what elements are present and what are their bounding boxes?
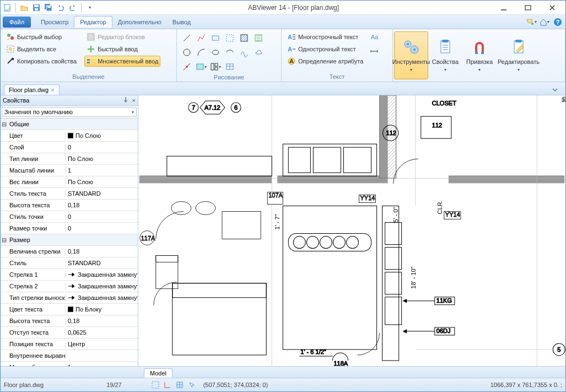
qat-dropdown-icon[interactable]: ▾	[84, 2, 95, 13]
svg-point-102	[293, 237, 305, 249]
prop-section[interactable]: ⊟Общие	[1, 119, 138, 130]
arrow-icon	[68, 272, 76, 277]
prop-row[interactable]: Тип линииПо Слою	[1, 153, 138, 165]
redo-icon[interactable]	[67, 2, 78, 13]
copy-props-button[interactable]: Копировать свойства	[4, 56, 79, 67]
tab-view[interactable]: Просмотр	[35, 17, 74, 28]
prop-row[interactable]: Внутреннее выравнивание	[1, 350, 138, 362]
tab-editor[interactable]: Редактор	[74, 16, 112, 28]
defaults-dropdown[interactable]: Значения по умолчанию ▾	[2, 107, 137, 117]
select-all-button[interactable]: Выделить все	[4, 44, 79, 55]
select-rect-icon[interactable]	[223, 31, 236, 45]
viewport-icon[interactable]: ▾	[209, 60, 222, 73]
open-icon[interactable]	[19, 2, 30, 13]
prop-row[interactable]: Размер точки0	[1, 223, 138, 234]
prop-row[interactable]: Высота текста0,18	[1, 200, 138, 211]
prop-row[interactable]: Отступ текста0,0625	[1, 327, 138, 339]
svg-text:7: 7	[192, 104, 195, 111]
cursor-icon[interactable]	[188, 381, 196, 389]
copy-props-label: Копировать свойства	[17, 58, 77, 65]
rect-icon[interactable]	[209, 31, 222, 45]
help-icon[interactable]: ?	[552, 17, 563, 28]
mtext-button[interactable]: AМногострочный текст	[285, 31, 365, 42]
file-tab[interactable]: Floor plan.dwg ×	[4, 84, 60, 95]
maximize-button[interactable]	[516, 1, 540, 14]
prop-row[interactable]: Тип стрелки выноскиЗакрашенная замкнутая	[1, 292, 138, 304]
image-icon[interactable]: ▾	[195, 60, 208, 73]
axis-icon[interactable]	[164, 381, 171, 389]
saveall-icon[interactable]	[43, 2, 54, 13]
grid-status-icon[interactable]	[176, 381, 184, 389]
zoom-extents-icon[interactable]	[152, 381, 159, 389]
prop-value: Закрашенная замкнутая	[78, 271, 138, 278]
edit-button[interactable]: Редактировать▾	[497, 31, 541, 79]
arc-icon[interactable]	[195, 46, 208, 59]
prop-row[interactable]: Высота текста0,18	[1, 315, 138, 327]
undo-icon[interactable]	[55, 2, 66, 13]
stext-button[interactable]: AОднострочный текст	[285, 44, 365, 55]
ellipse-icon[interactable]	[209, 46, 222, 59]
hatch-icon[interactable]	[238, 31, 251, 45]
collapse-icon[interactable]: ⊟	[1, 237, 7, 244]
tools-button[interactable]: Инструменты▾	[394, 31, 428, 79]
collapse-icon[interactable]: ⊟	[1, 121, 7, 128]
close-panel-icon[interactable]: ×	[132, 97, 136, 104]
file-menu[interactable]: Файл	[3, 17, 31, 28]
save-icon[interactable]	[31, 2, 42, 13]
tab-extra[interactable]: Дополнительно	[112, 17, 167, 28]
minimize-button[interactable]	[492, 1, 516, 14]
block-editor-button[interactable]: Редактор блоков	[84, 31, 160, 42]
dim-style-icon[interactable]	[369, 46, 380, 57]
attrdef-button[interactable]: AОпределение атрибута	[285, 56, 365, 67]
prop-row[interactable]: Стиль текстаSTANDARD	[1, 188, 138, 200]
close-tab-icon[interactable]: ×	[51, 87, 54, 93]
group-text-label: Текст	[285, 73, 389, 80]
quick-select-button[interactable]: Быстрый выбор	[4, 31, 79, 42]
close-button[interactable]	[540, 1, 564, 14]
prop-row[interactable]: Масштаб линии1	[1, 165, 138, 176]
svg-text:5: 5	[557, 346, 560, 353]
svg-text:?: ?	[556, 19, 560, 25]
pin-icon[interactable]	[122, 96, 129, 104]
prop-row[interactable]: Стрелка 2Закрашенная замкнутая	[1, 281, 138, 292]
ellipse-arc-icon[interactable]	[223, 46, 236, 59]
table-icon[interactable]	[223, 60, 236, 73]
multi-input-button[interactable]: Множественный ввод	[84, 56, 160, 67]
prop-row[interactable]: Стрелка 1Закрашенная замкнутая	[1, 269, 138, 281]
prop-section[interactable]: ⊟Размер	[1, 234, 138, 246]
quick-input-button[interactable]: Быстрый ввод	[84, 44, 160, 55]
circle-icon[interactable]	[180, 46, 193, 59]
svg-point-48	[407, 43, 409, 45]
prop-row[interactable]: Слой0	[1, 142, 138, 153]
new-icon[interactable]	[2, 2, 13, 13]
status-bar: Floor plan.dwg 19/27 (507,5051; 374,0324…	[1, 378, 565, 391]
prop-row[interactable]: Позиция текстаЦентр	[1, 339, 138, 350]
tab-overflow-icon[interactable]	[551, 86, 559, 95]
cloud-icon[interactable]	[252, 46, 265, 59]
tab-output[interactable]: Вывод	[167, 17, 196, 28]
point-icon[interactable]	[180, 60, 193, 73]
prop-row[interactable]: Величина стрелки0,18	[1, 246, 138, 257]
spline-icon[interactable]	[238, 46, 251, 59]
line-icon[interactable]	[180, 31, 193, 45]
home-icon[interactable]: ▾	[539, 17, 550, 28]
prop-row[interactable]: ЦветПо Слою	[1, 130, 138, 142]
prop-row[interactable]: Масштаб размера1	[1, 362, 138, 366]
svg-text:YY14: YY14	[445, 211, 460, 218]
svg-text:CLR.: CLR.	[436, 200, 443, 214]
tips-icon[interactable]: ▾	[526, 17, 537, 28]
snap-button[interactable]: Привязка▾	[462, 31, 497, 79]
prop-row[interactable]: СтильSTANDARD	[1, 257, 138, 269]
properties-button[interactable]: Свойства▾	[428, 31, 462, 79]
text-style-icon[interactable]: Aa	[369, 31, 380, 42]
model-tab[interactable]: Model	[144, 368, 173, 378]
drawing-canvas[interactable]: CLOSET 112 112 A7.12 7 6 YY14 YY14 107A …	[138, 95, 565, 366]
prop-value: 0,18	[68, 202, 79, 208]
prop-row[interactable]: Цвет текстаПо Блоку	[1, 304, 138, 315]
hatch2-icon[interactable]	[252, 31, 265, 45]
properties-label: Свойства	[432, 58, 459, 65]
prop-row[interactable]: Вес линииПо Слою	[1, 176, 138, 188]
polyline-icon[interactable]	[195, 31, 208, 45]
property-grid[interactable]: ⊟ОбщиеЦветПо СлоюСлой0Тип линииПо СлоюМа…	[1, 118, 138, 366]
prop-row[interactable]: Стиль точки0	[1, 211, 138, 223]
